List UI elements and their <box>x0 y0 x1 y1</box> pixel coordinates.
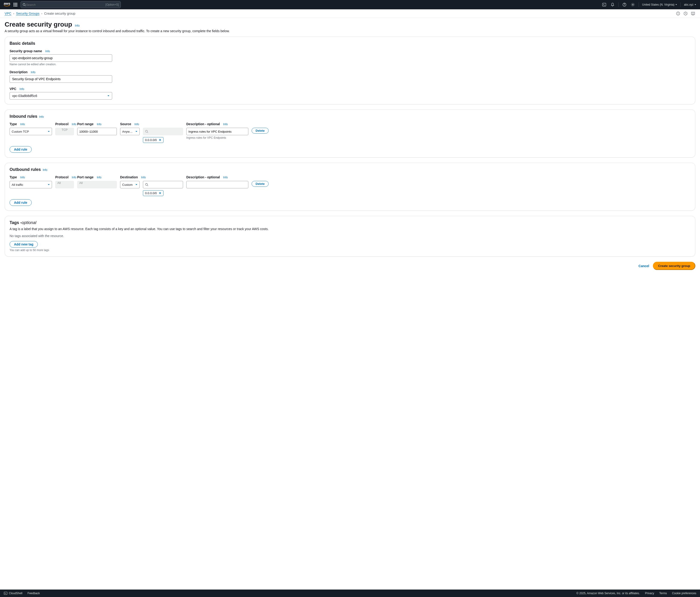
caret-down-icon <box>135 130 138 133</box>
caret-down-icon <box>48 130 50 133</box>
vpc-select-value: vpc-03a8b8df5c6 <box>12 94 37 98</box>
cidr-value: 0.0.0.0/0 <box>145 138 157 142</box>
info-link[interactable]: Info <box>223 176 228 179</box>
info-link[interactable]: Info <box>97 123 101 126</box>
inbound-cidr-token[interactable]: 0.0.0.0/0 ✕ <box>143 137 164 143</box>
global-search[interactable]: [Option+S] <box>21 1 121 8</box>
inbound-add-rule-button[interactable]: Add rule <box>9 146 32 153</box>
caret-down-icon <box>135 183 138 186</box>
outbound-add-rule-button[interactable]: Add rule <box>9 199 32 206</box>
info-link[interactable]: Info <box>20 123 25 126</box>
inbound-type-select[interactable]: Custom TCP <box>9 128 52 135</box>
inbound-protocol-field: TCP <box>55 128 74 135</box>
outbound-desc-input[interactable] <box>186 181 248 188</box>
outbound-rules-panel: Outbound rulesInfo TypeInfo All traffic … <box>5 163 695 211</box>
top-nav: aws [Option+S] United States (N. Virgini… <box>0 0 700 9</box>
breadcrumb-vpc[interactable]: VPC <box>5 12 11 16</box>
clock-icon[interactable] <box>683 11 688 16</box>
notifications-icon[interactable] <box>610 2 615 7</box>
info-link[interactable]: Info <box>72 123 76 126</box>
sg-name-label: Security group name <box>9 49 42 53</box>
services-grid-icon[interactable] <box>14 3 17 6</box>
info-link[interactable]: Info <box>31 71 35 74</box>
inbound-delete-button[interactable]: Delete <box>252 128 269 134</box>
expand-icon[interactable] <box>691 11 695 16</box>
tags-panel: Tags - optional A tag is a label that yo… <box>5 216 695 257</box>
inbound-port-input[interactable] <box>77 128 117 135</box>
inbound-desc-helper: Ingress rules for VPC Endpoints <box>186 136 248 139</box>
vpc-label: VPC <box>9 87 16 91</box>
svg-rect-11 <box>691 12 695 15</box>
svg-line-16 <box>147 185 148 186</box>
outbound-type-select[interactable]: All traffic <box>9 181 52 188</box>
search-icon <box>23 3 26 6</box>
breadcrumb: VPC › Security Groups › Create security … <box>5 12 75 16</box>
svg-point-5 <box>624 5 625 6</box>
svg-line-14 <box>147 132 148 133</box>
region-selector[interactable]: United States (N. Virginia) <box>642 3 677 6</box>
info-link[interactable]: Info <box>223 123 228 126</box>
page-subtitle: A security group acts as a virtual firew… <box>5 29 695 33</box>
account-selector[interactable]: abc.xyz <box>684 3 696 6</box>
remove-token-icon[interactable]: ✕ <box>159 138 161 142</box>
svg-point-6 <box>632 4 633 5</box>
outbound-dest-search[interactable] <box>143 181 183 188</box>
info-link[interactable]: Info <box>20 176 25 179</box>
search-input[interactable] <box>26 3 105 6</box>
info-link[interactable]: Info <box>75 24 79 27</box>
tags-heading: Tags - optional <box>9 220 691 225</box>
outbound-heading: Outbound rules <box>9 167 41 172</box>
svg-point-13 <box>146 130 148 132</box>
remove-token-icon[interactable]: ✕ <box>159 191 161 195</box>
caret-down-icon <box>48 183 50 186</box>
info-link[interactable]: Info <box>97 176 101 179</box>
col-protocol-label: Protocol <box>55 175 69 179</box>
info-link[interactable]: Info <box>45 50 50 53</box>
inbound-source-search <box>143 128 183 135</box>
aws-logo[interactable]: aws <box>4 2 10 7</box>
inbound-desc-input[interactable] <box>186 128 248 135</box>
info-link[interactable]: Info <box>20 87 24 91</box>
caret-down-icon <box>694 4 696 6</box>
page-actions: Cancel Create security group <box>5 262 695 270</box>
add-new-tag-button[interactable]: Add new tag <box>9 241 38 248</box>
outbound-port-field: All <box>77 181 117 188</box>
chevron-right-icon: › <box>13 12 14 15</box>
cloudshell-icon[interactable] <box>602 2 607 7</box>
page-content: Create security group Info A security gr… <box>0 18 700 285</box>
info-link[interactable]: Info <box>134 123 139 126</box>
cancel-button[interactable]: Cancel <box>639 264 649 268</box>
vpc-select[interactable]: vpc-03a8b8df5c6 <box>9 92 112 100</box>
info-link[interactable]: Info <box>39 115 44 119</box>
sg-name-input[interactable] <box>9 54 112 62</box>
help-icon[interactable] <box>622 2 627 7</box>
caret-down-icon <box>107 95 109 97</box>
info-link[interactable]: Info <box>72 176 76 179</box>
basic-details-panel: Basic details Security group nameInfo Na… <box>5 36 695 104</box>
breadcrumb-security-groups[interactable]: Security Groups <box>16 12 40 16</box>
search-icon <box>145 183 148 186</box>
basic-details-heading: Basic details <box>9 41 691 46</box>
chevron-right-icon: › <box>41 12 42 15</box>
create-security-group-button[interactable]: Create security group <box>653 262 695 270</box>
svg-point-0 <box>23 3 25 6</box>
svg-line-1 <box>25 5 26 6</box>
tags-empty-text: No tags associated with the resource. <box>9 234 691 238</box>
description-label: Description <box>9 70 27 74</box>
svg-point-8 <box>678 12 678 13</box>
tags-description: A tag is a label that you assign to an A… <box>9 227 691 231</box>
page-title: Create security group <box>5 21 72 28</box>
outbound-delete-button[interactable]: Delete <box>252 181 269 187</box>
settings-icon[interactable] <box>630 2 635 7</box>
inbound-source-select[interactable]: Anyw… <box>120 128 140 135</box>
caret-down-icon <box>675 4 677 6</box>
description-input[interactable] <box>9 75 112 83</box>
outbound-cidr-token[interactable]: 0.0.0.0/0 ✕ <box>143 190 164 196</box>
tags-limit-text: You can add up to 50 more tags <box>9 249 691 252</box>
breadcrumb-current: Create security group <box>44 12 75 16</box>
info-link[interactable]: Info <box>43 168 47 172</box>
outbound-dest-select[interactable]: Custom <box>120 181 140 188</box>
col-type-label: Type <box>9 122 17 126</box>
info-panel-icon[interactable] <box>676 11 680 16</box>
cidr-value: 0.0.0.0/0 <box>145 191 157 195</box>
